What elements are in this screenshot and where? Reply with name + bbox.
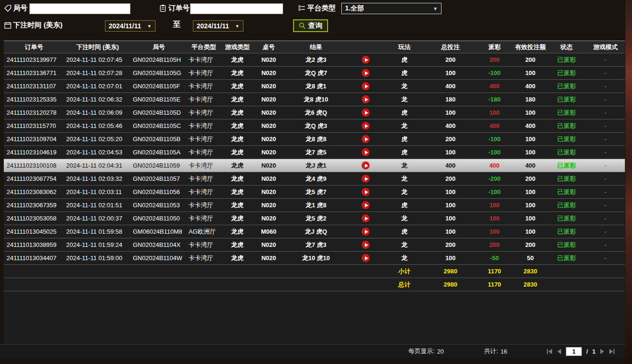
- cell-game-type: 龙虎: [221, 95, 254, 104]
- cell-game-mode: -: [586, 241, 625, 248]
- chevron-down-icon: ▼: [147, 24, 152, 29]
- cell-table-no: N020: [254, 56, 284, 63]
- play-video-icon[interactable]: [362, 95, 370, 103]
- play-video-icon[interactable]: [362, 109, 370, 117]
- cell-order-id: 241111023104619: [4, 149, 64, 156]
- cell-bet-time: 2024-11-11 02:07:45: [64, 56, 131, 63]
- cell-valid-bet: 400: [514, 122, 547, 129]
- play-video-icon[interactable]: [362, 122, 370, 130]
- cell-bet-time: 2024-11-11 02:07:01: [64, 83, 131, 90]
- play-video-icon[interactable]: [362, 241, 370, 249]
- cell-result: 龙Q 虎3: [284, 122, 348, 130]
- cell-result: 龙Q 虎7: [284, 69, 348, 77]
- cell-bet-time: 2024-11-11 02:04:31: [64, 162, 131, 169]
- col-header-valid-bet: 有效投注额: [514, 43, 547, 51]
- cell-bet-time: 2024-11-11 02:05:20: [64, 135, 131, 143]
- table-row[interactable]: 241111023087754 2024-11-11 02:03:32 GN02…: [4, 172, 625, 186]
- play-video-icon[interactable]: [362, 188, 370, 196]
- play-video-icon[interactable]: [362, 148, 370, 156]
- cell-bet-time: 2024-11-11 02:03:32: [64, 175, 131, 182]
- table-row[interactable]: 241111013038959 2024-11-11 01:59:24 GN02…: [4, 238, 625, 252]
- tag-icon: [4, 4, 12, 12]
- record-count-info: 共计: 16: [484, 345, 507, 358]
- table-row[interactable]: 241111023109704 2024-11-11 02:05:20 GN02…: [4, 133, 625, 146]
- cell-video: [348, 148, 383, 156]
- date-to-select[interactable]: 2024/11/11 ▼: [193, 20, 243, 32]
- search-icon: [299, 22, 306, 29]
- table-row[interactable]: 241111023139977 2024-11-11 02:07:45 GN02…: [4, 53, 625, 67]
- cell-video: [348, 56, 383, 64]
- cell-status: 已派彩: [547, 241, 586, 249]
- cell-result: 龙1 虎8: [284, 201, 348, 210]
- cell-table-no: N020: [254, 149, 284, 156]
- cell-total-bet: 180: [426, 96, 475, 103]
- cell-payout: -100: [475, 149, 514, 156]
- cell-status: 已派彩: [547, 254, 586, 262]
- record-count-value: 16: [501, 348, 507, 355]
- play-video-icon[interactable]: [362, 56, 370, 64]
- order-input[interactable]: [190, 3, 283, 14]
- cell-round-id: GN02024B1105H: [131, 56, 187, 63]
- prev-page-button[interactable]: [557, 349, 562, 354]
- last-page-button[interactable]: [609, 349, 615, 354]
- cell-total-bet: 400: [426, 83, 475, 90]
- play-video-icon[interactable]: [362, 254, 370, 262]
- cell-game-type: 龙虎: [221, 69, 254, 77]
- table-row[interactable]: 241111023100108 2024-11-11 02:04:31 GN02…: [4, 159, 625, 172]
- table-row[interactable]: 241111023136771 2024-11-11 02:07:28 GN02…: [4, 67, 625, 80]
- cell-game-mode: -: [586, 83, 625, 90]
- cell-video: [348, 122, 383, 130]
- cell-payout: -100: [475, 135, 514, 143]
- cell-order-id: 241111023131107: [4, 83, 64, 90]
- cell-round-id: GN02024B11056: [131, 188, 187, 195]
- table-row[interactable]: 241111023104619 2024-11-11 02:04:53 GN02…: [4, 146, 625, 159]
- table-row[interactable]: 241111023115770 2024-11-11 02:05:46 GN02…: [4, 119, 625, 133]
- cell-platform: AG欧洲厅: [187, 228, 221, 236]
- cell-round-id: GN02024B1104X: [131, 241, 187, 248]
- list-icon: [298, 4, 306, 12]
- cell-result: 龙J 虎1: [284, 161, 348, 170]
- play-video-icon[interactable]: [362, 214, 370, 222]
- table-row[interactable]: 241111023053058 2024-11-11 02:00:37 GN02…: [4, 212, 625, 225]
- col-header-payout: 派彩: [475, 43, 514, 51]
- play-video-icon[interactable]: [362, 228, 370, 236]
- next-page-button[interactable]: [600, 349, 605, 354]
- play-video-icon[interactable]: [362, 161, 370, 169]
- table-row[interactable]: 241111023083062 2024-11-11 02:03:11 GN02…: [4, 186, 625, 199]
- col-header-bet-time: 下注时间 (美东): [64, 43, 131, 51]
- table-row[interactable]: 241111023131107 2024-11-11 02:07:01 GN02…: [4, 80, 625, 93]
- cell-total-bet: 200: [426, 56, 475, 63]
- table-row[interactable]: 241111023120278 2024-11-11 02:06:09 GN02…: [4, 106, 625, 119]
- cell-result: 龙4 虎9: [284, 175, 348, 183]
- first-page-button[interactable]: [546, 349, 553, 354]
- table-row[interactable]: 241111013045025 2024-11-11 01:59:58 GM06…: [4, 225, 625, 238]
- play-video-icon[interactable]: [362, 175, 370, 183]
- play-video-icon[interactable]: [362, 201, 370, 209]
- calendar-icon: [4, 21, 12, 29]
- round-input[interactable]: [29, 3, 130, 14]
- page-separator: /: [586, 348, 588, 355]
- platform-selected-value: 1.全部: [345, 4, 364, 13]
- table-row[interactable]: 241111023125335 2024-11-11 02:06:32 GN02…: [4, 93, 625, 106]
- cell-table-no: N020: [254, 188, 284, 195]
- query-button[interactable]: 查询: [293, 19, 328, 32]
- cell-payout: 200: [475, 241, 514, 248]
- table-row[interactable]: 241111013034407 2024-11-11 01:59:00 GN02…: [4, 252, 625, 265]
- cell-valid-bet: 100: [514, 202, 547, 209]
- cell-order-id: 241111023120278: [4, 109, 64, 116]
- cell-payout: -50: [475, 254, 514, 262]
- date-from-select[interactable]: 2024/11/11 ▼: [105, 20, 156, 32]
- cell-play: 龙: [383, 122, 426, 130]
- cell-game-mode: -: [586, 96, 625, 103]
- cell-round-id: GN02024B1105C: [131, 122, 187, 129]
- cell-status: 已派彩: [547, 95, 586, 104]
- page-number-input[interactable]: 1: [566, 347, 582, 356]
- cell-table-no: N020: [254, 69, 284, 76]
- table-row[interactable]: 241111023067359 2024-11-11 02:01:51 GN02…: [4, 199, 625, 212]
- cell-platform: 卡卡湾厅: [187, 201, 221, 210]
- play-video-icon[interactable]: [362, 82, 370, 90]
- cell-round-id: GN02024B1104W: [131, 254, 187, 262]
- play-video-icon[interactable]: [362, 135, 370, 143]
- play-video-icon[interactable]: [362, 69, 370, 77]
- platform-select[interactable]: 1.全部 ▼: [341, 3, 442, 14]
